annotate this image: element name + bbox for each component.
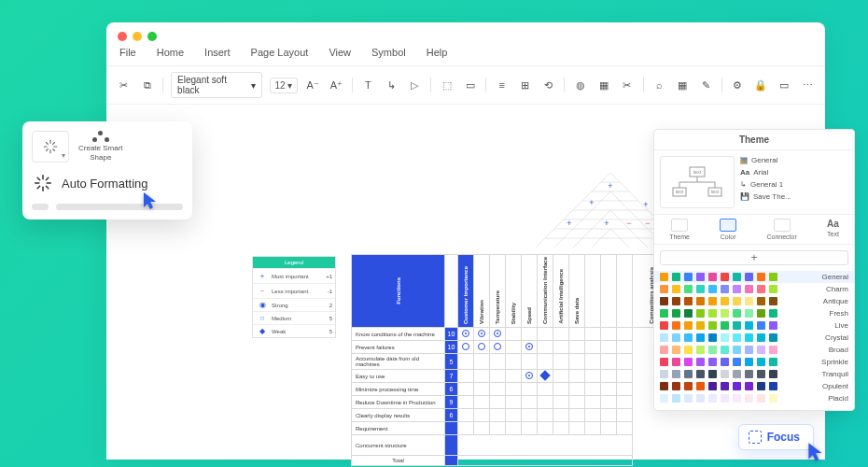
cut-icon[interactable]: ✂ (116, 77, 132, 93)
menu-insert[interactable]: Insert (204, 47, 231, 58)
distribute-icon[interactable]: ⊞ (517, 77, 533, 93)
legend: Legend ＋Most important+1－Less important-… (252, 256, 336, 338)
legend-title: Legend (253, 257, 335, 268)
focus-icon (749, 431, 762, 444)
chevron-down-icon: ▾ (287, 80, 292, 91)
legend-row: ＋Most important+1 (253, 268, 335, 283)
auto-formatting-button[interactable]: Auto Formatting (32, 172, 183, 194)
matrix-row: Reduce Downtime in Production9 (352, 396, 670, 409)
crop-icon[interactable]: ✂ (619, 77, 635, 93)
auto-formatting-label: Auto Formatting (62, 177, 148, 191)
pattern-icon[interactable]: ▦ (595, 77, 611, 93)
chevron-down-icon: ▾ (62, 151, 65, 160)
font-dropdown[interactable]: Elegant soft black▾ (171, 72, 261, 98)
total-label: Total (352, 456, 445, 466)
legend-row: ○Medium5 (253, 311, 335, 324)
legend-row: －Less important-1 (253, 283, 335, 298)
col-header: Communication Interface (541, 255, 549, 326)
text-icon[interactable]: T (360, 77, 376, 93)
matrix-row: Clearly display results6 (352, 409, 670, 422)
svg-line-19 (47, 149, 49, 151)
scheme-row[interactable]: General (654, 271, 854, 283)
sparkle-dropdown[interactable]: ▾ (32, 131, 69, 163)
font-icon: Aa (740, 168, 749, 177)
scheme-row[interactable]: Charm (654, 283, 854, 295)
grid-icon[interactable]: ▦ (675, 77, 691, 93)
pen-icon[interactable]: ✎ (698, 77, 714, 93)
matrix-table: Functions Customer Importance Vibration … (351, 254, 670, 466)
cursor-icon (142, 191, 159, 211)
col-header (608, 322, 609, 326)
align-icon[interactable]: ≡ (494, 77, 510, 93)
theme-preview: texttexttext (660, 156, 735, 208)
decrease-font-icon[interactable]: A⁻ (305, 77, 321, 93)
svg-text:text: text (676, 189, 684, 194)
tab-text[interactable]: AaText (827, 219, 839, 240)
svg-text:+: + (567, 219, 571, 228)
tab-theme[interactable]: Theme (669, 219, 690, 240)
scheme-row[interactable]: Sprinkle (654, 356, 854, 368)
layers-icon[interactable]: ⬚ (439, 77, 455, 93)
scheme-row[interactable]: Crystal (654, 332, 854, 344)
minimize-icon[interactable] (133, 32, 142, 41)
tab-connector[interactable]: Connector (766, 219, 796, 240)
menu-symbol[interactable]: Symbol (371, 47, 406, 58)
col-header: Speed (525, 305, 533, 326)
svg-text:+: + (604, 219, 609, 228)
window-controls (106, 22, 825, 45)
smart-shape-label: Create Smart (78, 144, 123, 153)
svg-line-17 (47, 143, 49, 145)
sparkle-icon (32, 172, 54, 194)
settings-icon[interactable]: ⚙ (730, 77, 746, 93)
legend-row: ◉Strong2 (253, 298, 335, 311)
menu-file[interactable]: File (119, 47, 136, 58)
scheme-row[interactable]: Antique (654, 295, 854, 307)
pointer-icon[interactable]: ▷ (407, 77, 423, 93)
menu-help[interactable]: Help (427, 47, 448, 58)
matrix-row: Minimize processing time6 (352, 383, 670, 396)
matrix-row: Easy to use7 (352, 370, 670, 383)
matrix-row: Prevent failures10 (352, 341, 670, 354)
menu-view[interactable]: View (329, 47, 351, 58)
theme-info: General AaArial ↳General 1 💾Save The... (740, 156, 848, 208)
scheme-row[interactable]: Tranquil (654, 368, 854, 380)
connector-icon[interactable]: ↳ (384, 77, 399, 93)
rotate-icon[interactable]: ⟲ (540, 77, 556, 93)
svg-line-18 (53, 149, 55, 151)
toolbar: ✂ ⧉ Elegant soft black▾ 12▾ A⁻ A⁺ T ↳ ▷ … (106, 66, 825, 105)
menu-home[interactable]: Home (157, 47, 184, 58)
scheme-list: GeneralCharmAntiqueFreshLiveCrystalBroad… (654, 271, 854, 404)
info-label: General (751, 156, 777, 164)
copy-icon[interactable]: ⧉ (139, 77, 155, 93)
scheme-row[interactable]: Live (654, 319, 854, 332)
col-header (592, 322, 594, 326)
cursor-icon (806, 441, 823, 461)
col-header: Save data (573, 296, 581, 326)
close-icon[interactable] (118, 32, 127, 41)
maximize-icon[interactable] (147, 32, 157, 41)
add-scheme-button[interactable]: + (660, 250, 848, 265)
shape-icon[interactable]: ▭ (462, 77, 478, 93)
create-smart-shape-button[interactable]: Create Smart Shape (78, 131, 123, 162)
size-dropdown[interactable]: 12▾ (270, 78, 298, 93)
tab-color[interactable]: Color (720, 219, 736, 240)
window-icon[interactable]: ▭ (777, 77, 792, 93)
scheme-row[interactable]: Broad (654, 344, 854, 356)
matrix-row: Requirement (352, 422, 670, 435)
search-icon[interactable]: ⌕ (651, 77, 666, 93)
focus-button[interactable]: Focus (738, 424, 814, 450)
more-icon[interactable]: ⋯ (800, 77, 816, 93)
menu-page-layout[interactable]: Page Layout (251, 47, 309, 58)
fill-icon[interactable]: ◍ (572, 77, 588, 93)
col-header: Vibration (478, 298, 485, 326)
svg-line-26 (46, 186, 49, 189)
svg-line-28 (46, 177, 49, 180)
svg-text:+: + (589, 198, 594, 207)
line-icon: ↳ (740, 180, 747, 189)
lock-icon[interactable]: 🔒 (753, 77, 769, 93)
font-name: Elegant soft black (177, 75, 246, 95)
scheme-row[interactable]: Opulent (654, 380, 854, 392)
increase-font-icon[interactable]: A⁺ (329, 77, 344, 93)
scheme-row[interactable]: Placid (654, 392, 854, 404)
scheme-row[interactable]: Fresh (654, 307, 854, 319)
